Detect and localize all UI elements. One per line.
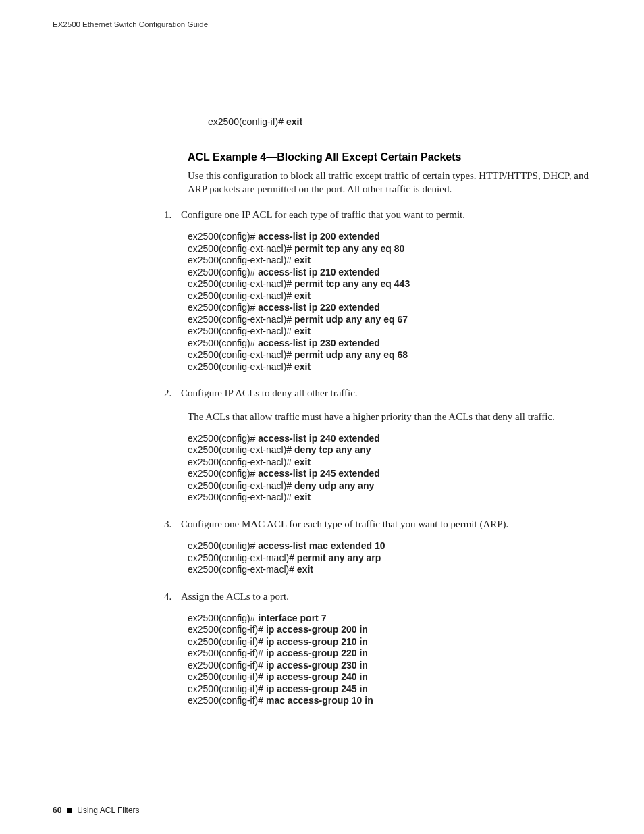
cli-line: ex2500(config-ext-nacl)# exit <box>188 492 598 504</box>
cli-prompt: ex2500(config-ext-nacl)# <box>188 480 294 491</box>
code-block: ex2500(config)# access-list ip 200 exten… <box>188 231 598 373</box>
cli-line: ex2500(config-ext-nacl)# permit udp any … <box>188 314 598 326</box>
cli-command: access-list ip 240 extended <box>258 433 380 444</box>
cli-command: exit <box>294 361 311 372</box>
cli-line: ex2500(config-ext-nacl)# permit tcp any … <box>188 243 598 255</box>
cli-line: ex2500(config-ext-nacl)# deny tcp any an… <box>188 444 598 457</box>
cli-prompt: ex2500(config-ext-macl)# <box>188 564 297 575</box>
cli-command: access-list ip 220 extended <box>258 302 380 313</box>
cli-line: ex2500(config-ext-macl)# exit <box>188 564 598 576</box>
page-footer: 60 Using ACL Filters <box>53 806 140 815</box>
cli-line: ex2500(config)# interface port 7 <box>188 613 598 625</box>
cli-prompt: ex2500(config)# <box>188 338 258 348</box>
step-text: Configure one MAC ACL for each type of t… <box>181 517 598 531</box>
cli-command: permit udp any any eq 67 <box>294 314 408 325</box>
footer-square-icon <box>67 808 72 813</box>
cli-prompt: ex2500(config-ext-nacl)# <box>188 349 294 360</box>
cli-prompt: ex2500(config-if)# <box>188 636 266 647</box>
cli-prompt: ex2500(config-if)# <box>188 660 266 671</box>
cli-prompt: ex2500(config-if)# <box>188 648 266 658</box>
cli-line: ex2500(config)# access-list ip 240 exten… <box>188 433 598 445</box>
cli-line: ex2500(config)# access-list ip 220 exten… <box>188 302 598 314</box>
cli-prompt: ex2500(config-if)# <box>188 683 266 694</box>
cli-line: ex2500(config-if)# ip access-group 200 i… <box>188 624 598 636</box>
cli-command: access-list mac extended 10 <box>258 540 385 551</box>
section-heading: ACL Example 4—Blocking All Except Certai… <box>53 151 598 163</box>
step-4: Assign the ACLs to a port. ex2500(config… <box>174 590 598 707</box>
cli-command: access-list ip 200 extended <box>258 231 380 242</box>
cli-command: access-list ip 230 extended <box>258 338 380 348</box>
cli-command: exit <box>297 564 313 575</box>
cli-command: access-list ip 245 extended <box>258 468 380 479</box>
cli-line: ex2500(config-ext-nacl)# permit tcp any … <box>188 278 598 290</box>
cli-prompt: ex2500(config-ext-nacl)# <box>188 361 294 372</box>
cli-command: ip access-group 210 in <box>266 636 368 647</box>
cli-line: ex2500(config-if)# exit <box>208 116 598 128</box>
cli-line: ex2500(config-ext-nacl)# exit <box>188 361 598 373</box>
step-2: Configure IP ACLs to deny all other traf… <box>174 386 598 504</box>
step-text: Assign the ACLs to a port. <box>181 590 598 603</box>
cli-line: ex2500(config-if)# ip access-group 220 i… <box>188 648 598 660</box>
running-header: EX2500 Ethernet Switch Configuration Gui… <box>53 20 598 28</box>
step-text: Configure IP ACLs to deny all other traf… <box>181 386 598 400</box>
cli-command: exit <box>294 290 311 301</box>
cli-command: permit udp any any eq 68 <box>294 349 408 360</box>
cli-command: exit <box>294 457 311 467</box>
cli-line: ex2500(config)# access-list ip 245 exten… <box>188 468 598 480</box>
cli-line: ex2500(config)# access-list ip 210 exten… <box>188 267 598 279</box>
cli-prompt: ex2500(config-if)# <box>188 671 266 682</box>
cli-line: ex2500(config-ext-macl)# permit any any … <box>188 552 598 565</box>
cli-command: mac access-group 10 in <box>266 695 373 706</box>
cli-prompt: ex2500(config)# <box>188 433 258 444</box>
cli-prompt: ex2500(config)# <box>188 613 258 623</box>
cli-line: ex2500(config)# access-list mac extended… <box>188 540 598 552</box>
cli-line: ex2500(config-if)# ip access-group 230 i… <box>188 660 598 672</box>
step-3: Configure one MAC ACL for each type of t… <box>174 517 598 576</box>
step-text: Configure one IP ACL for each type of tr… <box>181 208 598 221</box>
cli-command: ip access-group 220 in <box>266 648 368 658</box>
cli-command: exit <box>294 255 311 265</box>
cli-line: ex2500(config-ext-nacl)# exit <box>188 290 598 303</box>
cli-line: ex2500(config-if)# ip access-group 210 i… <box>188 636 598 648</box>
code-block: ex2500(config)# access-list mac extended… <box>188 540 598 576</box>
cli-prompt: ex2500(config-ext-nacl)# <box>188 314 294 325</box>
cli-line: ex2500(config-ext-nacl)# exit <box>188 255 598 267</box>
steps-list: Configure one IP ACL for each type of tr… <box>188 208 598 707</box>
step-note: The ACLs that allow traffic must have a … <box>188 410 598 423</box>
cli-prompt: ex2500(config-if)# <box>188 695 266 706</box>
cli-prompt: ex2500(config)# <box>188 231 258 242</box>
cli-command: ip access-group 240 in <box>266 671 368 682</box>
code-block: ex2500(config)# access-list ip 240 exten… <box>188 433 598 504</box>
cli-prompt: ex2500(config)# <box>188 540 258 551</box>
cli-command: permit tcp any any eq 80 <box>294 243 404 254</box>
page: EX2500 Ethernet Switch Configuration Gui… <box>0 0 644 834</box>
cli-line: ex2500(config-ext-nacl)# exit <box>188 325 598 338</box>
cli-prompt: ex2500(config-if)# <box>188 624 266 635</box>
cli-prompt: ex2500(config-ext-macl)# <box>188 552 297 563</box>
cli-line: ex2500(config-if)# ip access-group 245 i… <box>188 683 598 696</box>
cli-prompt: ex2500(config)# <box>188 468 258 479</box>
code-block: ex2500(config)# interface port 7 ex2500(… <box>188 613 598 707</box>
cli-command: ip access-group 200 in <box>266 624 368 635</box>
cli-command: interface port 7 <box>258 613 326 623</box>
section-intro: Use this configuration to block all traf… <box>188 169 598 197</box>
cli-prompt: ex2500(config-ext-nacl)# <box>188 255 294 265</box>
footer-section-title: Using ACL Filters <box>77 806 139 815</box>
cli-command: permit any any arp <box>297 552 381 563</box>
cli-line: ex2500(config)# access-list ip 230 exten… <box>188 338 598 350</box>
cli-prompt: ex2500(config-ext-nacl)# <box>188 278 294 289</box>
cli-line: ex2500(config-ext-nacl)# permit udp any … <box>188 349 598 361</box>
cli-command: ip access-group 230 in <box>266 660 368 671</box>
cli-command: access-list ip 210 extended <box>258 267 380 278</box>
cli-command: deny udp any any <box>294 480 374 491</box>
cli-prompt: ex2500(config-ext-nacl)# <box>188 290 294 301</box>
cli-prompt: ex2500(config-ext-nacl)# <box>188 325 294 336</box>
cli-prompt: ex2500(config-ext-nacl)# <box>188 457 294 467</box>
cli-prompt: ex2500(config-ext-nacl)# <box>188 243 294 254</box>
cli-command: exit <box>286 116 302 127</box>
cli-prompt: ex2500(config)# <box>188 302 258 313</box>
cli-line: ex2500(config-ext-nacl)# exit <box>188 457 598 469</box>
cli-command: ip access-group 245 in <box>266 683 368 694</box>
cli-command: permit tcp any any eq 443 <box>294 278 410 289</box>
cli-line: ex2500(config-if)# ip access-group 240 i… <box>188 671 598 683</box>
